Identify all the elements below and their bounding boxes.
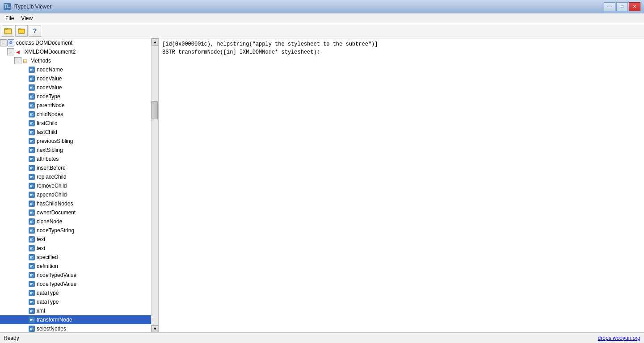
menu-file[interactable]: File <box>2 14 17 22</box>
expand-icon[interactable]: − <box>7 48 14 55</box>
method-icon: m <box>29 192 35 198</box>
method-icon: m <box>29 290 35 296</box>
method-icon: m <box>29 281 35 287</box>
expand-icon[interactable]: − <box>0 39 7 46</box>
status-bar: Ready drops.wooyun.org <box>0 332 644 343</box>
tree-item-m22[interactable]: mspecified <box>0 253 151 262</box>
method-icon: m <box>29 183 35 189</box>
tree-item-m10[interactable]: mnextSibling <box>0 146 151 155</box>
tree-item-m15[interactable]: mappendChild <box>0 190 151 199</box>
tree-item-label: coclass DOMDocument <box>16 40 72 46</box>
tree-item-m4[interactable]: mnodeType <box>0 92 151 101</box>
method-icon: m <box>29 147 35 153</box>
tree-item-label: attributes <box>37 156 59 162</box>
scroll-up-arrow[interactable]: ▲ <box>152 38 159 46</box>
tree-item-label: removeChild <box>37 183 67 189</box>
tree-item-methods[interactable]: −▤Methods <box>0 56 151 65</box>
tree-item-m12[interactable]: minsertBefore <box>0 163 151 172</box>
tree-item-m1[interactable]: mnodeName <box>0 65 151 74</box>
leaf-spacer <box>21 263 29 270</box>
tree-item-label: firstChild <box>37 120 58 126</box>
leaf-spacer <box>21 245 29 252</box>
tree-item-label: nodeTypedValue <box>37 281 76 287</box>
expand-icon[interactable]: − <box>14 57 21 64</box>
tree-item-label: dataType <box>37 290 59 296</box>
tree-item-m24[interactable]: mnodeTypedValue <box>0 271 151 280</box>
menu-view[interactable]: View <box>17 14 36 22</box>
method-icon: m <box>29 75 35 82</box>
tree-item-m26[interactable]: mdataType <box>0 289 151 297</box>
leaf-spacer <box>21 111 29 118</box>
help-button[interactable]: ? <box>29 25 41 37</box>
method-icon: m <box>29 174 35 180</box>
scroll-track[interactable] <box>152 46 158 325</box>
leaf-spacer <box>21 227 29 234</box>
tree-item-label: selectNodes <box>37 326 66 332</box>
tree-item-m17[interactable]: mownerDocument <box>0 208 151 217</box>
method-icon: m <box>29 308 35 314</box>
tree-item-label: parentNode <box>37 102 65 109</box>
minimize-button[interactable]: — <box>604 2 615 11</box>
tree-item-m29[interactable]: mtransformNode <box>0 315 151 324</box>
tree-item-m3[interactable]: mnodeValue <box>0 83 151 92</box>
leaf-spacer <box>21 120 29 127</box>
tree-item-m2[interactable]: mnodeValue <box>0 74 151 83</box>
leaf-spacer <box>21 155 29 163</box>
method-icon: m <box>29 111 35 117</box>
tree-item-m27[interactable]: mdataType <box>0 297 151 306</box>
tree-scrollbar[interactable]: ▲ ▼ <box>151 38 158 332</box>
folder-icon: ▤ <box>21 57 29 64</box>
maximize-button[interactable]: □ <box>616 2 628 11</box>
tree-item-m28[interactable]: mxml <box>0 306 151 315</box>
tree-item-m20[interactable]: mtext <box>0 235 151 244</box>
scroll-down-arrow[interactable]: ▼ <box>152 325 159 332</box>
app-title: ITypeLib Viewer <box>13 4 51 10</box>
method-icon: m <box>29 201 35 207</box>
open-icon <box>4 27 12 35</box>
tree-item-m5[interactable]: mparentNode <box>0 101 151 110</box>
tree-item-m23[interactable]: mdefinition <box>0 262 151 271</box>
method-icon: m <box>29 209 35 216</box>
code-text: [id(0x0000001c), helpstring("apply the s… <box>162 40 640 56</box>
tree-item-label: nodeName <box>37 67 63 73</box>
tree-item-label: ownerDocument <box>37 209 76 216</box>
tree-item-m6[interactable]: mchildNodes <box>0 110 151 119</box>
tree-item-m30[interactable]: mselectNodes <box>0 324 151 332</box>
method-icon: m <box>29 236 35 243</box>
leaf-spacer <box>21 75 29 82</box>
leaf-spacer <box>21 146 29 154</box>
leaf-spacer <box>21 209 29 216</box>
tree-item-m11[interactable]: mattributes <box>0 155 151 163</box>
method-icon: m <box>29 326 35 332</box>
method-icon: m <box>29 165 35 171</box>
tree-item-m8[interactable]: mlastChild <box>0 128 151 137</box>
tree-item-m13[interactable]: mreplaceChild <box>0 172 151 181</box>
leaf-spacer <box>21 307 29 314</box>
tree-item-m19[interactable]: mnodeTypeString <box>0 226 151 235</box>
folder-button[interactable] <box>15 25 28 37</box>
tree-item-coclass[interactable]: −⚙coclass DOMDocument <box>0 38 151 47</box>
tree-item-m9[interactable]: mpreviousSibling <box>0 137 151 146</box>
leaf-spacer <box>21 289 29 297</box>
tree-item-label: insertBefore <box>37 165 66 171</box>
method-icon: m <box>29 84 35 91</box>
close-button[interactable]: ✕ <box>629 2 640 11</box>
tree-item-iface[interactable]: −◄IXMLDOMDocument2 <box>0 47 151 56</box>
tree-item-m18[interactable]: mcloneNode <box>0 217 151 226</box>
tree-view[interactable]: −⚙coclass DOMDocument−◄IXMLDOMDocument2−… <box>0 38 151 332</box>
method-icon: m <box>29 129 35 135</box>
tree-item-m14[interactable]: mremoveChild <box>0 181 151 190</box>
scroll-thumb[interactable] <box>152 101 158 119</box>
tree-item-m21[interactable]: mtext <box>0 244 151 253</box>
svg-rect-2 <box>5 30 11 33</box>
open-button[interactable] <box>2 25 14 37</box>
tree-item-m7[interactable]: mfirstChild <box>0 119 151 128</box>
tree-item-m25[interactable]: mnodeTypedValue <box>0 280 151 289</box>
main-area: −⚙coclass DOMDocument−◄IXMLDOMDocument2−… <box>0 38 644 332</box>
code-panel: [id(0x0000001c), helpstring("apply the s… <box>159 38 644 332</box>
tree-item-label: transformNode <box>37 317 72 323</box>
method-icon: m <box>29 272 35 278</box>
tree-item-m16[interactable]: mhasChildNodes <box>0 199 151 208</box>
tree-panel: −⚙coclass DOMDocument−◄IXMLDOMDocument2−… <box>0 38 159 332</box>
status-link[interactable]: drops.wooyun.org <box>598 335 640 341</box>
